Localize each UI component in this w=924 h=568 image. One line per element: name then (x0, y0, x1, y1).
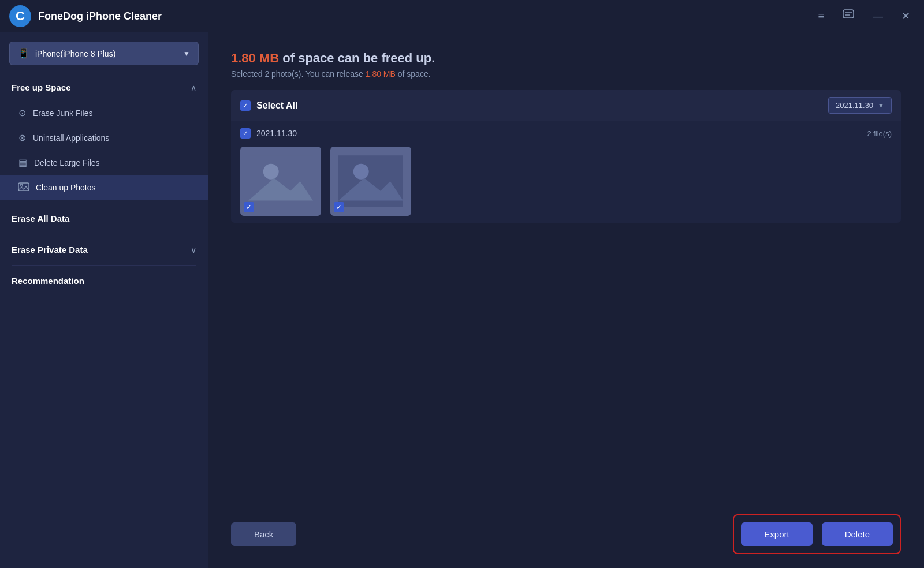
delete-large-files-label: Delete Large Files (34, 158, 100, 167)
bottom-action-bar: Back Export Delete (208, 500, 924, 568)
photo-thumbnail[interactable]: ✓ (330, 147, 411, 216)
app-logo: C (9, 5, 31, 27)
date-group: ✓ 2021.11.30 2 file(s) ✓ (231, 121, 901, 223)
file-icon: ▤ (18, 157, 27, 168)
sidebar-item-recommendation[interactable]: Recommendation (0, 268, 208, 294)
close-button[interactable]: ✕ (897, 8, 915, 25)
date-dropdown[interactable]: 2021.11.30 ▼ (828, 97, 892, 114)
main-layout: 📱 iPhone(iPhone 8 Plus) ▼ Free up Space … (0, 32, 924, 568)
clock-icon: ⊙ (18, 107, 26, 118)
delete-button[interactable]: Delete (822, 522, 893, 546)
erase-private-data-title: Erase Private Data (12, 245, 88, 255)
free-up-space-header[interactable]: Free up Space ∧ (0, 74, 208, 100)
circle-x-icon: ⊗ (18, 132, 26, 143)
photo-2-checkbox[interactable]: ✓ (334, 202, 344, 212)
space-headline-suffix: of space can be freed up. (279, 51, 435, 65)
content-area: 1.80 MB of space can be freed up. Select… (208, 32, 924, 568)
title-bar-controls: ≡ — ✕ (813, 7, 915, 26)
device-name: iPhone(iPhone 8 Plus) (35, 49, 116, 58)
app-title: FoneDog iPhone Cleaner (38, 10, 162, 23)
erase-private-data-chevron: ∨ (191, 245, 196, 255)
erase-all-data-label: Erase All Data (12, 214, 69, 223)
chat-button[interactable] (838, 7, 859, 26)
svg-rect-2 (843, 10, 854, 18)
menu-button[interactable]: ≡ (813, 8, 829, 25)
erase-junk-files-label: Erase Junk Files (33, 109, 92, 118)
photo-placeholder-icon (248, 154, 313, 209)
sidebar-item-erase-junk-files[interactable]: ⊙ Erase Junk Files (0, 100, 208, 125)
select-all-label: Select All (256, 100, 297, 111)
chat-icon (843, 9, 854, 21)
date-group-checkbox[interactable]: ✓ (240, 128, 251, 139)
date-label: 2021.11.30 (256, 129, 297, 138)
space-subtext: Selected 2 photo(s). You can release 1.8… (231, 69, 901, 79)
sidebar-divider-2 (12, 234, 196, 234)
device-selector[interactable]: 📱 iPhone(iPhone 8 Plus) ▼ (9, 42, 199, 65)
svg-point-11 (353, 164, 369, 180)
space-headline: 1.80 MB of space can be freed up. (231, 51, 901, 66)
photos-grid: ✓ ✓ (240, 147, 892, 216)
sidebar: 📱 iPhone(iPhone 8 Plus) ▼ Free up Space … (0, 32, 208, 568)
free-up-space-chevron: ∧ (191, 83, 196, 92)
svg-text:C: C (16, 9, 25, 23)
photo-icon (18, 182, 29, 193)
recommendation-label: Recommendation (12, 276, 84, 286)
photo-thumbnail[interactable]: ✓ (240, 147, 321, 216)
select-all-checkbox[interactable]: ✓ (240, 100, 251, 111)
minimize-button[interactable]: — (868, 8, 888, 25)
sidebar-divider-1 (12, 203, 196, 203)
sidebar-item-uninstall-applications[interactable]: ⊗ Uninstall Applications (0, 125, 208, 150)
space-info: 1.80 MB of space can be freed up. Select… (231, 51, 901, 79)
date-dropdown-value: 2021.11.30 (836, 101, 873, 110)
sidebar-divider-3 (12, 265, 196, 266)
chevron-down-icon: ▼ (183, 50, 190, 58)
photo-placeholder-icon (338, 154, 403, 209)
release-amount: 1.80 MB (366, 69, 396, 79)
select-all-bar: ✓ Select All 2021.11.30 ▼ (231, 90, 901, 121)
title-bar-left: C FoneDog iPhone Cleaner (9, 5, 162, 27)
file-count: 2 file(s) (867, 129, 892, 138)
export-button[interactable]: Export (741, 522, 812, 546)
action-buttons-highlighted: Export Delete (733, 514, 901, 554)
back-button[interactable]: Back (231, 522, 296, 546)
svg-point-6 (20, 184, 23, 186)
uninstall-applications-label: Uninstall Applications (33, 133, 109, 143)
sidebar-item-clean-up-photos[interactable]: Clean up Photos (0, 175, 208, 200)
clean-up-photos-label: Clean up Photos (36, 183, 96, 192)
sidebar-section-free-up-space: Free up Space ∧ ⊙ Erase Junk Files ⊗ Uni… (0, 74, 208, 200)
title-bar: C FoneDog iPhone Cleaner ≡ — ✕ (0, 0, 924, 32)
erase-private-data-header[interactable]: Erase Private Data ∨ (0, 237, 208, 263)
free-up-space-title: Free up Space (12, 83, 71, 92)
space-amount: 1.80 MB (231, 51, 279, 65)
phone-icon: 📱 (18, 48, 29, 59)
date-group-header: ✓ 2021.11.30 2 file(s) (240, 128, 892, 139)
date-dropdown-arrow-icon: ▼ (878, 102, 884, 109)
svg-rect-5 (18, 183, 29, 191)
photo-1-checkbox[interactable]: ✓ (244, 202, 254, 212)
selected-count: 2 (264, 69, 269, 79)
sidebar-item-delete-large-files[interactable]: ▤ Delete Large Files (0, 150, 208, 175)
svg-point-8 (263, 164, 279, 180)
sidebar-item-erase-all-data[interactable]: Erase All Data (0, 205, 208, 231)
